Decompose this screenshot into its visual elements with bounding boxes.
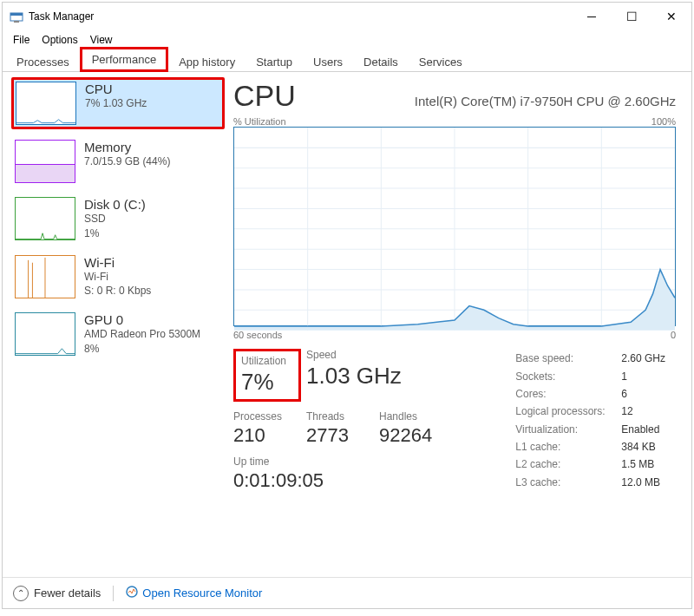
tab-details[interactable]: Details <box>353 51 409 72</box>
gpu-sub2: 8% <box>84 342 200 357</box>
fewer-details-button[interactable]: ⌃ Fewer details <box>13 586 101 601</box>
gpu-thumbnail <box>15 312 75 356</box>
task-manager-window: Task Manager ─ ☐ ✕ File Options View Pro… <box>2 2 692 609</box>
footer: ⌃ Fewer details Open Resource Monitor <box>3 577 691 608</box>
tab-users[interactable]: Users <box>303 51 353 72</box>
wifi-title: Wi-Fi <box>84 255 151 270</box>
memory-thumbnail <box>15 140 75 183</box>
disk-sub1: SSD <box>84 212 146 226</box>
stat-speed: Speed 1.03 GHz <box>306 349 402 402</box>
cpu-utilization-graph <box>233 127 676 326</box>
graph-y-label: % Utilization <box>233 116 286 127</box>
memory-sub: 7.0/15.9 GB (44%) <box>84 154 170 169</box>
memory-title: Memory <box>84 140 170 154</box>
graph-x-left: 60 seconds <box>233 330 282 340</box>
resource-monitor-icon <box>126 586 138 600</box>
gpu-sub1: AMD Radeon Pro 5300M <box>84 327 200 342</box>
tab-bar: Processes Performance App history Startu… <box>3 49 691 72</box>
minimize-button[interactable]: ─ <box>572 3 612 30</box>
gpu-title: GPU 0 <box>84 312 200 327</box>
menu-view[interactable]: View <box>85 32 118 48</box>
content-area: CPU 7% 1.03 GHz Memory 7.0/15.9 GB (44%) <box>3 72 691 577</box>
titlebar: Task Manager ─ ☐ ✕ <box>3 3 691 30</box>
disk-thumbnail <box>15 197 75 240</box>
maximize-button[interactable]: ☐ <box>612 3 651 30</box>
disk-title: Disk 0 (C:) <box>84 197 146 212</box>
window-title: Task Manager <box>29 10 94 23</box>
stat-utilization: Utilization 7% <box>233 349 301 402</box>
wifi-sub1: Wi-Fi <box>84 270 151 285</box>
disk-sub2: 1% <box>84 226 146 241</box>
svg-rect-2 <box>14 21 19 23</box>
app-icon <box>10 10 23 23</box>
open-resource-monitor-link[interactable]: Open Resource Monitor <box>126 586 262 600</box>
stat-threads: Threads 2773 <box>306 410 374 447</box>
sidebar-item-memory[interactable]: Memory 7.0/15.9 GB (44%) <box>11 136 225 187</box>
stat-processes: Processes 210 <box>233 410 301 447</box>
graph-y-max: 100% <box>651 116 676 127</box>
sidebar: CPU 7% 1.03 GHz Memory 7.0/15.9 GB (44%) <box>3 72 228 577</box>
menu-file[interactable]: File <box>8 32 35 48</box>
tab-app-history[interactable]: App history <box>168 51 246 72</box>
stat-handles: Handles 92264 <box>379 410 447 447</box>
menu-options[interactable]: Options <box>36 32 82 48</box>
divider <box>113 586 114 601</box>
sidebar-item-disk[interactable]: Disk 0 (C:) SSD 1% <box>11 193 225 245</box>
sidebar-item-gpu[interactable]: GPU 0 AMD Radeon Pro 5300M 8% <box>11 309 225 360</box>
cpu-title: CPU <box>85 82 147 96</box>
chevron-up-icon: ⌃ <box>13 586 29 601</box>
svg-point-21 <box>127 587 137 597</box>
tab-startup[interactable]: Startup <box>246 51 303 72</box>
sidebar-item-cpu[interactable]: CPU 7% 1.03 GHz <box>11 77 225 129</box>
page-title: CPU <box>233 79 296 113</box>
wifi-thumbnail <box>15 255 75 298</box>
close-button[interactable]: ✕ <box>651 3 691 30</box>
main-panel: CPU Intel(R) Core(TM) i7-9750H CPU @ 2.6… <box>228 72 691 577</box>
tab-processes[interactable]: Processes <box>6 51 80 72</box>
cpu-info-table: Base speed:2.60 GHz Sockets:1 Cores:6 Lo… <box>514 349 676 492</box>
sidebar-item-wifi[interactable]: Wi-Fi Wi-Fi S: 0 R: 0 Kbps <box>11 252 225 303</box>
cpu-model-name: Intel(R) Core(TM) i7-9750H CPU @ 2.60GHz <box>415 94 676 108</box>
cpu-sub: 7% 1.03 GHz <box>85 96 147 111</box>
tab-services[interactable]: Services <box>409 51 473 72</box>
stat-uptime: Up time 0:01:09:05 <box>233 455 324 492</box>
wifi-sub2: S: 0 R: 0 Kbps <box>84 284 151 298</box>
svg-rect-1 <box>10 13 23 16</box>
cpu-thumbnail <box>16 82 76 125</box>
graph-x-right: 0 <box>671 330 676 340</box>
tab-performance[interactable]: Performance <box>80 47 168 72</box>
